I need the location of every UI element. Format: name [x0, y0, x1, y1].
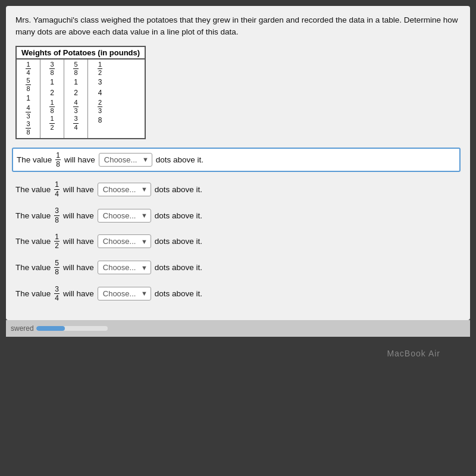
- weights-table: Weights of Potatoes (in pounds) 14 58 1 …: [15, 46, 146, 139]
- q1-dropdown-wrapper: Choose... 0123 45678 ▼: [99, 153, 152, 167]
- table-col-2: 38 1 2 18 12: [40, 60, 64, 138]
- bottom-bar: swered: [6, 320, 470, 337]
- q2-middle: will have: [63, 185, 94, 194]
- progress-bar: [36, 326, 108, 331]
- q6-dropdown-wrapper: Choose... 0123 45678 ▼: [98, 287, 151, 300]
- q5-middle: will have: [63, 263, 94, 272]
- q4-fraction: 12: [54, 233, 60, 250]
- q5-dropdown-wrapper: Choose... 0123 45678 ▼: [98, 261, 151, 274]
- progress-fill: [36, 326, 65, 331]
- cell: 12: [92, 61, 108, 77]
- bottom-bar-label: swered: [11, 324, 34, 333]
- cell: 1: [68, 77, 84, 88]
- cell: 3: [92, 77, 108, 88]
- q5-dropdown[interactable]: Choose... 0123 45678: [98, 261, 151, 274]
- q3-middle: will have: [63, 211, 94, 220]
- q1-middle: will have: [64, 155, 95, 164]
- table-title: Weights of Potatoes (in pounds): [17, 47, 145, 60]
- q5-prefix: The value: [15, 263, 51, 272]
- cell: 4: [92, 87, 108, 99]
- cell: 58: [68, 61, 84, 77]
- q3-dropdown-wrapper: Choose... 0123 45678 ▼: [98, 209, 151, 223]
- q3-suffix: dots above it.: [155, 211, 202, 220]
- cell: 23: [92, 99, 108, 115]
- cell: 8: [92, 115, 108, 126]
- cell: 58: [20, 77, 36, 93]
- q4-middle: will have: [63, 237, 94, 246]
- macbook-area: MacBook Air: [0, 337, 476, 358]
- cell: 34: [68, 115, 84, 131]
- instruction-text: Mrs. Yamaguchi's class weighed the potat…: [15, 14, 461, 39]
- question-row-2: The value 14 will have Choose... 0123 45…: [15, 180, 461, 198]
- cell: 43: [20, 104, 36, 120]
- content-area: Mrs. Yamaguchi's class weighed the potat…: [6, 6, 470, 320]
- q4-dropdown-wrapper: Choose... 0123 45678 ▼: [98, 234, 151, 248]
- cell: 18: [44, 99, 60, 115]
- q4-dropdown[interactable]: Choose... 0123 45678: [98, 234, 151, 248]
- question-row-3: The value 38 will have Choose... 0123 45…: [15, 206, 461, 224]
- q1-fraction: 18: [55, 151, 61, 169]
- q6-suffix: dots above it.: [155, 289, 202, 298]
- q1-prefix: The value: [17, 155, 52, 164]
- q2-dropdown-wrapper: Choose... 0123 45678 ▼: [98, 183, 151, 196]
- cell: 12: [44, 115, 60, 131]
- q1-suffix: dots above it.: [156, 155, 203, 164]
- table-col-1: 14 58 1 43 38: [17, 60, 40, 138]
- cell: 2: [44, 87, 60, 99]
- cell: 14: [20, 61, 36, 77]
- cell: 1: [44, 77, 60, 88]
- q2-fraction: 14: [54, 180, 60, 198]
- q2-suffix: dots above it.: [155, 185, 202, 194]
- question-row-6: The value 34 will have Choose... 0123 45…: [15, 285, 461, 303]
- question-row-5: The value 58 will have Choose... 0123 45…: [15, 259, 461, 277]
- q6-middle: will have: [63, 289, 94, 298]
- q6-dropdown[interactable]: Choose... 0123 45678: [98, 287, 151, 300]
- table-col-3: 58 1 2 43 34: [64, 60, 88, 138]
- question-row-1: The value 18 will have Choose... 0123 45…: [12, 148, 461, 173]
- table-col-4: 12 3 4 23 8: [88, 60, 112, 138]
- cell: 1: [20, 93, 36, 104]
- cell: 38: [20, 120, 36, 136]
- q6-prefix: The value: [15, 289, 51, 298]
- q6-fraction: 34: [54, 285, 60, 303]
- q5-fraction: 58: [54, 259, 60, 277]
- macbook-label: MacBook Air: [387, 349, 440, 358]
- q3-fraction: 38: [54, 206, 60, 224]
- q2-dropdown[interactable]: Choose... 0123 45678: [98, 183, 151, 196]
- q1-dropdown[interactable]: Choose... 0123 45678: [99, 153, 152, 167]
- cell: 2: [68, 87, 84, 99]
- q5-suffix: dots above it.: [155, 263, 202, 272]
- cell: 43: [68, 99, 84, 115]
- question-row-4: The value 12 will have Choose... 0123 45…: [15, 233, 461, 250]
- q3-prefix: The value: [15, 211, 51, 220]
- cell: 38: [44, 61, 60, 77]
- q4-prefix: The value: [15, 237, 51, 246]
- q4-suffix: dots above it.: [155, 237, 202, 246]
- table-body: 14 58 1 43 38 38: [17, 60, 145, 138]
- q3-dropdown[interactable]: Choose... 0123 45678: [98, 209, 151, 223]
- q2-prefix: The value: [15, 185, 51, 194]
